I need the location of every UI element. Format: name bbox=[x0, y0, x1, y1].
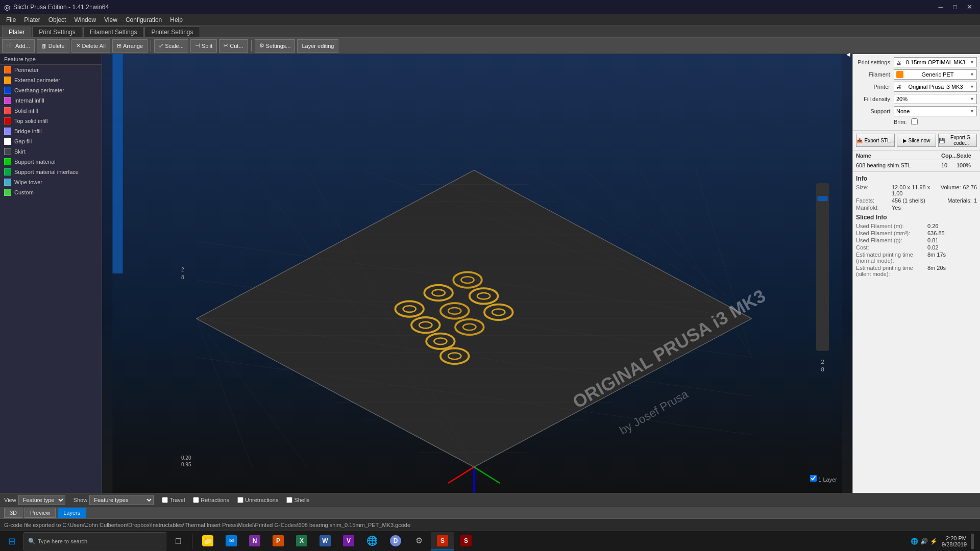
tab-filament-settings[interactable]: Filament Settings bbox=[83, 27, 144, 37]
add-button[interactable]: ➕ Add... bbox=[2, 39, 35, 53]
layer-editing-button[interactable]: Layer editing bbox=[297, 39, 338, 53]
feature-wipe-tower[interactable]: Wipe tower bbox=[0, 177, 102, 187]
delete-all-icon: ✕ bbox=[76, 42, 81, 49]
tab-printer-settings[interactable]: Printer Settings bbox=[144, 27, 200, 37]
windows-logo-icon: ⊞ bbox=[6, 536, 17, 547]
fill-density-dropdown[interactable]: 20% ▼ bbox=[894, 94, 977, 104]
brim-checkbox[interactable] bbox=[911, 118, 918, 125]
network-icon[interactable]: 🌐 bbox=[911, 538, 918, 545]
export-gcode-button[interactable]: 💾 Export G-code... bbox=[938, 134, 977, 147]
feature-internal-infill[interactable]: Internal infill bbox=[0, 95, 102, 106]
retractions-label[interactable]: Retractions bbox=[193, 497, 229, 503]
taskbar-word[interactable]: W bbox=[314, 532, 336, 550]
show-desktop-icon[interactable] bbox=[971, 534, 974, 549]
shells-label[interactable]: Shells bbox=[286, 497, 309, 503]
menu-help[interactable]: Help bbox=[166, 14, 187, 26]
menu-bar: File Plater Object Window View Configura… bbox=[0, 14, 980, 26]
unretractions-label[interactable]: Unretractions bbox=[237, 497, 278, 503]
taskbar-app7[interactable]: V bbox=[337, 532, 360, 550]
file-row[interactable]: 608 bearing shim.STL 10 100% bbox=[856, 161, 977, 169]
delete-button[interactable]: 🗑 Delete bbox=[37, 39, 69, 53]
menu-window[interactable]: Window bbox=[70, 14, 100, 26]
feature-perimeter[interactable]: Perimeter bbox=[0, 65, 102, 75]
printer-row: Printer: 🖨 Original Prusa i3 MK3 ▼ bbox=[856, 82, 977, 92]
taskbar-outlook[interactable]: ✉ bbox=[220, 532, 242, 550]
taskbar-discord[interactable]: D bbox=[384, 532, 407, 550]
used-filament-m-row: Used Filament (m): 0.26 bbox=[856, 223, 977, 229]
start-button[interactable]: ⊞ bbox=[2, 532, 21, 550]
close-button[interactable]: ✕ bbox=[963, 2, 976, 13]
taskbar-chrome[interactable]: 🌐 bbox=[361, 532, 383, 550]
cut-button[interactable]: ✂ Cut... bbox=[219, 39, 248, 53]
show-select[interactable]: Feature types Volumetric flow rate Tool bbox=[89, 495, 154, 505]
preview-button[interactable]: Preview bbox=[24, 508, 56, 518]
info-section: Info Size: 12.00 x 11.98 x 1.00 Volume: … bbox=[853, 172, 980, 493]
tab-plater[interactable]: Plater bbox=[2, 27, 31, 37]
travel-label[interactable]: Travel bbox=[162, 497, 185, 503]
slice-now-button[interactable]: ▶ Slice now bbox=[897, 134, 936, 147]
svg-text:2: 2 bbox=[821, 359, 824, 365]
menu-plater[interactable]: Plater bbox=[20, 14, 44, 26]
export-gcode-icon: 💾 bbox=[939, 138, 945, 143]
file-copies: 10 bbox=[941, 162, 957, 168]
arrange-button[interactable]: ⊞ Arrange bbox=[112, 39, 148, 53]
print-profile-dropdown[interactable]: 🖨 0.15mm OPTIMAL MK3 ▼ bbox=[894, 57, 977, 67]
split-button[interactable]: ⊣ Split bbox=[190, 39, 217, 53]
taskbar-onenote[interactable]: N bbox=[243, 532, 266, 550]
feature-support-material-interface[interactable]: Support material interface bbox=[0, 167, 102, 177]
taskbar-settings[interactable]: ⚙ bbox=[408, 532, 430, 550]
support-label: Support: bbox=[856, 108, 892, 114]
feature-overhang-perimeter[interactable]: Overhang perimeter bbox=[0, 85, 102, 95]
unretractions-checkbox[interactable] bbox=[237, 497, 243, 503]
layer-checkbox[interactable] bbox=[810, 475, 817, 482]
feature-custom[interactable]: Custom bbox=[0, 187, 102, 197]
menu-configuration[interactable]: Configuration bbox=[121, 14, 166, 26]
menu-view[interactable]: View bbox=[100, 14, 121, 26]
taskbar-powerpoint[interactable]: P bbox=[267, 532, 289, 550]
retractions-checkbox[interactable] bbox=[193, 497, 199, 503]
feature-gap-fill[interactable]: Gap fill bbox=[0, 136, 102, 146]
volume-icon[interactable]: 🔊 bbox=[920, 538, 928, 545]
est-silent-value: 8m 20s bbox=[927, 265, 977, 277]
shells-checkbox[interactable] bbox=[286, 497, 292, 503]
est-silent-label: Estimated printing time (silent mode): bbox=[856, 265, 927, 277]
est-normal-value: 8m 17s bbox=[927, 252, 977, 264]
taskbar-excel[interactable]: X bbox=[290, 532, 313, 550]
feature-bridge-infill[interactable]: Bridge infill bbox=[0, 126, 102, 136]
feature-external-perimeter[interactable]: External perimeter bbox=[0, 75, 102, 85]
taskbar-file-explorer[interactable]: 📁 bbox=[197, 532, 219, 550]
feature-type-header: Feature type bbox=[0, 54, 102, 65]
delete-all-button[interactable]: ✕ Delete All bbox=[71, 39, 110, 53]
taskbar-clock[interactable]: 2:20 PM 9/28/2019 bbox=[942, 535, 967, 547]
fill-density-value: 20% bbox=[896, 96, 908, 102]
minimize-button[interactable]: ─ bbox=[934, 2, 947, 13]
export-stl-button[interactable]: 📤 Export STL... bbox=[856, 134, 895, 147]
feature-solid-infill[interactable]: Solid infill bbox=[0, 106, 102, 116]
settings-button[interactable]: ⚙ Settings... bbox=[255, 39, 296, 53]
menu-object[interactable]: Object bbox=[44, 14, 70, 26]
maximize-button[interactable]: □ bbox=[948, 2, 962, 13]
filament-dropdown[interactable]: Generic PET ▼ bbox=[894, 69, 977, 80]
scale-button[interactable]: ⤢ Scale... bbox=[154, 39, 188, 53]
taskbar-slic3r[interactable]: S bbox=[431, 532, 454, 550]
task-view-button[interactable]: ❐ bbox=[168, 532, 188, 550]
feature-skirt[interactable]: Skirt bbox=[0, 146, 102, 157]
travel-checkbox[interactable] bbox=[162, 497, 168, 503]
battery-icon[interactable]: ⚡ bbox=[930, 538, 938, 545]
fill-density-row: Fill density: 20% ▼ bbox=[856, 94, 977, 104]
3d-view-button[interactable]: 3D bbox=[4, 508, 22, 518]
layers-button[interactable]: Layers bbox=[58, 508, 86, 518]
support-dropdown[interactable]: None ▼ bbox=[894, 106, 977, 116]
menu-file[interactable]: File bbox=[2, 14, 20, 26]
add-icon: ➕ bbox=[7, 42, 14, 49]
view-buttons: 3D Preview Layers bbox=[0, 506, 980, 518]
viewport[interactable]: ORIGINAL PRUSA i3 MK3 by Josef Prusa bbox=[102, 54, 852, 493]
feature-support-material[interactable]: Support material bbox=[0, 157, 102, 167]
tab-print-settings[interactable]: Print Settings bbox=[32, 27, 82, 37]
view-select[interactable]: Feature type Color print Tool bbox=[18, 495, 65, 505]
printer-dropdown[interactable]: 🖨 Original Prusa i3 MK3 ▼ bbox=[894, 82, 977, 92]
bridge-infill-color bbox=[4, 128, 11, 135]
taskbar-app11[interactable]: S bbox=[455, 532, 477, 550]
feature-top-solid-infill[interactable]: Top solid infill bbox=[0, 116, 102, 126]
search-button[interactable]: 🔍 Type here to search bbox=[23, 532, 166, 550]
